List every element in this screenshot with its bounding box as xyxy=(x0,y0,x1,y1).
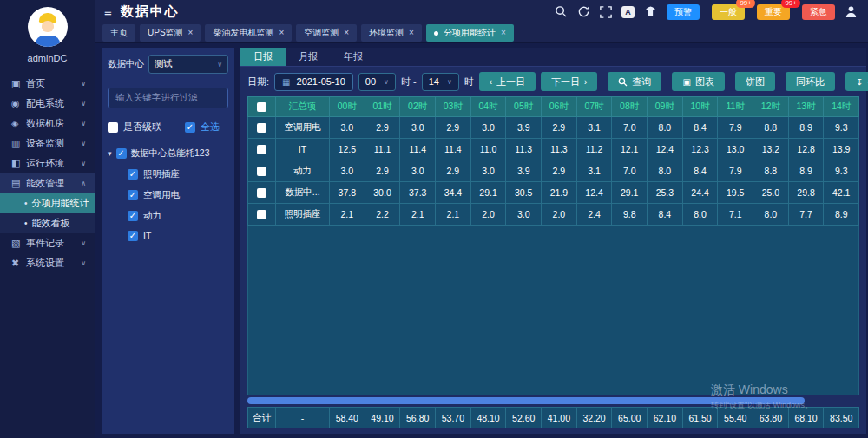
sidebar-nav: ▣首页∨◉配电系统∨◈数据机房∨▥设备监测∨◧运行环境∨▤能效管理∧•分项用能统… xyxy=(0,74,95,273)
datacenter-select[interactable]: 测试 ∨ xyxy=(148,55,228,74)
tree-item-checkbox[interactable]: ✓ xyxy=(128,169,138,180)
alarm-badge-重要[interactable]: 重要99+ xyxy=(757,4,790,20)
tree-item-照明插座[interactable]: ✓照明插座 xyxy=(128,168,228,180)
query-button[interactable]: 查询 xyxy=(608,72,661,91)
sidebar-item-设备监测[interactable]: ▥设备监测∨ xyxy=(0,134,95,154)
total-value-cell: 63.80 xyxy=(753,407,789,428)
row-value-cell: 2.0 xyxy=(542,204,577,226)
row-value-cell: 9.3 xyxy=(824,117,859,139)
row-checkbox[interactable] xyxy=(257,210,266,219)
close-icon[interactable]: × xyxy=(409,29,414,37)
close-icon[interactable]: × xyxy=(188,29,194,37)
close-icon[interactable]: × xyxy=(279,29,284,37)
app-root: adminDC ▣首页∨◉配电系统∨◈数据机房∨▥设备监测∨◧运行环境∨▤能效管… xyxy=(0,0,868,438)
select-all-checkbox[interactable]: ✓ xyxy=(185,122,195,133)
row-value-cell: 7.0 xyxy=(612,117,648,139)
tree-filter-input[interactable]: 输入关键字进行过滤 xyxy=(108,88,228,108)
report-tab-月报[interactable]: 月报 xyxy=(286,48,331,66)
row-label-cell: IT xyxy=(276,139,330,160)
tree-root-node[interactable]: ▾ ✓ 数据中心总能耗123 xyxy=(108,147,228,160)
header-hour-cell: 00时 xyxy=(330,96,365,117)
row-label-cell: 照明插座 xyxy=(276,204,330,226)
row-value-cell: 8.4 xyxy=(683,160,719,182)
close-icon[interactable]: × xyxy=(501,29,506,37)
header-hour-cell: 13时 xyxy=(789,96,825,117)
sidebar-item-能效管理[interactable]: ▤能效管理∧ xyxy=(0,173,95,193)
search-icon[interactable] xyxy=(555,5,568,18)
header-hour-cell: 03时 xyxy=(436,96,471,117)
report-tab-日报[interactable]: 日报 xyxy=(240,48,286,66)
sidebar-subitem-分项用能统计[interactable]: •分项用能统计 xyxy=(0,193,95,213)
export-icon: ↧ xyxy=(856,77,863,87)
row-checkbox[interactable] xyxy=(257,167,266,176)
window-tab[interactable]: 柴油发电机监测× xyxy=(205,24,292,42)
sidebar-item-事件记录[interactable]: ▧事件记录∨ xyxy=(0,233,95,253)
translate-icon[interactable]: A xyxy=(621,6,635,18)
sidebar-subitem-能效看板[interactable]: •能效看板 xyxy=(0,213,95,233)
hamburger-menu-icon[interactable]: ≡ xyxy=(104,4,112,19)
window-tab[interactable]: 空调监测× xyxy=(296,24,357,42)
window-tab[interactable]: 主页 xyxy=(102,24,135,42)
sidebar-item-系统设置[interactable]: ✖系统设置∨ xyxy=(0,253,95,273)
alarm-badge-预警[interactable]: 预警 xyxy=(667,4,700,20)
window-tab[interactable]: 环境监测× xyxy=(361,24,422,42)
row-value-cell: 3.0 xyxy=(471,117,507,139)
alarm-badge-紧急[interactable]: 紧急 xyxy=(802,4,835,20)
user-icon[interactable] xyxy=(845,5,858,18)
pie-button[interactable]: 饼图 xyxy=(735,72,775,91)
next-day-button[interactable]: 下一日 › xyxy=(541,72,597,91)
select-all-rows-checkbox[interactable] xyxy=(257,102,266,112)
sidebar-item-首页[interactable]: ▣首页∨ xyxy=(0,74,95,94)
hour-from-select[interactable]: 00 ∨ xyxy=(358,73,396,91)
row-checkbox[interactable] xyxy=(257,145,266,154)
row-value-cell: 12.1 xyxy=(612,139,648,160)
header-hour-cell: 10时 xyxy=(683,96,719,117)
prev-day-button[interactable]: ‹ 上一日 xyxy=(479,72,536,91)
total-label-cell: 合计 xyxy=(247,407,276,428)
energy-mgmt-icon: ▤ xyxy=(11,178,26,189)
tree-root-checkbox[interactable]: ✓ xyxy=(116,148,127,159)
tree-item-空调用电[interactable]: ✓空调用电 xyxy=(128,189,228,201)
bullet-icon: • xyxy=(24,219,28,228)
sidebar-item-数据机房[interactable]: ◈数据机房∨ xyxy=(0,114,95,134)
avatar[interactable] xyxy=(28,7,68,47)
total-value-cell: 55.40 xyxy=(718,407,753,428)
report-tab-年报[interactable]: 年报 xyxy=(331,48,376,66)
row-value-cell: 8.8 xyxy=(753,117,789,139)
table-row-数据中...: 数据中...37.830.037.334.429.130.521.912.429… xyxy=(247,182,859,204)
date-picker[interactable]: ▦ 2021-05-10 xyxy=(274,73,353,91)
refresh-icon[interactable] xyxy=(577,5,590,18)
row-value-cell: 11.3 xyxy=(542,139,577,160)
hour-to-select[interactable]: 14 ∨ xyxy=(422,73,459,91)
theme-icon[interactable] xyxy=(644,6,657,18)
hour-unit-label: 时 xyxy=(464,75,474,88)
caret-down-icon[interactable]: ▾ xyxy=(108,149,112,158)
row-value-cell: 19.5 xyxy=(718,182,753,204)
settings-icon: ✖ xyxy=(11,258,26,269)
row-value-cell: 12.3 xyxy=(683,139,719,160)
report-tab-bar: 日报月报年报 xyxy=(240,48,866,67)
window-tab[interactable]: UPS监测× xyxy=(140,24,201,42)
sidebar-item-配电系统[interactable]: ◉配电系统∨ xyxy=(0,94,95,114)
total-value-cell: 56.80 xyxy=(400,407,436,428)
chart-button[interactable]: ▣ 图表 xyxy=(672,72,724,91)
tree-item-IT[interactable]: ✓IT xyxy=(128,231,228,241)
row-checkbox[interactable] xyxy=(257,188,266,198)
compare-button[interactable]: 同环比 xyxy=(786,72,835,91)
sidebar-item-运行环境[interactable]: ◧运行环境∨ xyxy=(0,154,95,173)
horizontal-scrollbar-thumb[interactable] xyxy=(247,397,805,404)
alarm-badge-一般[interactable]: 一般99+ xyxy=(712,4,745,20)
row-value-cell: 2.1 xyxy=(400,204,436,226)
close-icon[interactable]: × xyxy=(344,29,349,37)
tree-item-checkbox[interactable]: ✓ xyxy=(128,211,138,221)
export-button[interactable]: ↧ 导出 xyxy=(845,72,868,91)
tree-item-checkbox[interactable]: ✓ xyxy=(128,231,138,241)
cascade-checkbox[interactable] xyxy=(108,122,118,133)
environment-icon: ◧ xyxy=(11,158,26,169)
row-checkbox[interactable] xyxy=(257,123,266,133)
fullscreen-icon[interactable] xyxy=(600,6,612,18)
tree-item-动力[interactable]: ✓动力 xyxy=(128,210,228,222)
window-tab[interactable]: 分项用能统计× xyxy=(426,24,514,42)
horizontal-scrollbar xyxy=(247,397,859,404)
tree-item-checkbox[interactable]: ✓ xyxy=(128,190,138,200)
